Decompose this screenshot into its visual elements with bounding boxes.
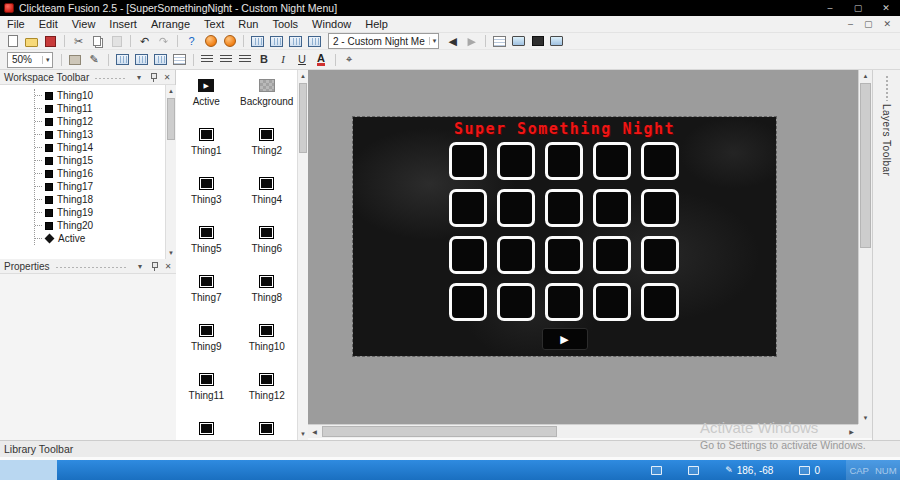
run-frame-icon[interactable] <box>221 33 238 49</box>
font-color-icon[interactable]: A <box>313 52 330 68</box>
scrollbar-thumb[interactable] <box>322 426 557 437</box>
pin-icon[interactable] <box>148 72 158 82</box>
scroll-up-icon[interactable]: ▲ <box>298 70 308 82</box>
night-slot[interactable] <box>449 283 487 321</box>
object-item[interactable]: Thing3 <box>176 172 237 221</box>
play-button[interactable]: ▶ <box>542 328 588 350</box>
object-item[interactable]: Thing1 <box>176 123 237 172</box>
scroll-down-icon[interactable]: ▼ <box>859 412 872 424</box>
chevron-down-icon[interactable]: ▾ <box>135 261 145 271</box>
object-item[interactable]: Thing11 <box>176 368 237 417</box>
object-item[interactable] <box>176 417 237 440</box>
scroll-up-icon[interactable]: ▲ <box>859 70 872 82</box>
new-icon[interactable] <box>4 33 21 49</box>
align-center-icon[interactable] <box>218 52 235 68</box>
workspace-tree-item[interactable]: Thing14 <box>35 141 176 154</box>
center-frame-icon[interactable] <box>171 52 188 68</box>
menu-item-insert[interactable]: Insert <box>102 16 144 33</box>
objects-scrollbar[interactable]: ▲ ▼ <box>297 70 308 440</box>
workspace-tree-item[interactable]: Thing12 <box>35 115 176 128</box>
layers-toolbar[interactable]: Layers Toolbar <box>872 70 900 440</box>
scroll-down-icon[interactable]: ▼ <box>166 247 176 259</box>
object-item[interactable]: Thing7 <box>176 270 237 319</box>
object-item[interactable]: Thing5 <box>176 221 237 270</box>
workspace-tree-item[interactable]: Thing11 <box>35 102 176 115</box>
grid-setup-icon[interactable] <box>114 52 131 68</box>
menu-item-edit[interactable]: Edit <box>32 16 65 33</box>
frame-editor-canvas[interactable]: Super Something Night ▶ <box>308 70 858 424</box>
editor-vertical-scrollbar[interactable]: ▲ ▼ <box>858 70 872 424</box>
menu-item-file[interactable]: File <box>0 16 32 33</box>
italic-icon[interactable]: I <box>275 52 292 68</box>
night-slot[interactable] <box>641 142 679 180</box>
menu-item-view[interactable]: View <box>65 16 103 33</box>
game-frame[interactable]: Super Something Night ▶ <box>353 117 776 356</box>
menu-item-help[interactable]: Help <box>358 16 395 33</box>
copy-icon[interactable] <box>89 33 106 49</box>
object-item[interactable]: Thing12 <box>237 368 298 417</box>
screen-preview-icon[interactable] <box>510 33 527 49</box>
zoom-selector-dropdown[interactable]: 50%▾ <box>7 52 53 68</box>
menu-item-tools[interactable]: Tools <box>265 16 305 33</box>
workspace-tree-item[interactable]: Thing17 <box>35 180 176 193</box>
object-item[interactable]: Thing8 <box>237 270 298 319</box>
frame-selector-dropdown[interactable]: 2 - Custom Night Me▾ <box>328 33 439 49</box>
night-slot[interactable] <box>449 142 487 180</box>
library-toolbar[interactable]: Library Toolbar <box>0 440 900 457</box>
workspace-tree-item[interactable]: Thing10 <box>35 89 176 102</box>
save-icon[interactable] <box>42 33 59 49</box>
scroll-down-icon[interactable]: ▼ <box>298 428 308 440</box>
night-slot[interactable] <box>497 236 535 274</box>
object-item[interactable]: Thing10 <box>237 319 298 368</box>
fullscreen-icon[interactable] <box>529 33 546 49</box>
object-item[interactable] <box>237 417 298 440</box>
redo-icon[interactable]: ↷ <box>155 33 172 49</box>
scrollbar-thumb[interactable] <box>167 98 175 140</box>
night-slot[interactable] <box>593 142 631 180</box>
event-line-icon[interactable] <box>491 33 508 49</box>
underline-icon[interactable]: U <box>294 52 311 68</box>
event-editor-icon[interactable] <box>287 33 304 49</box>
night-slot[interactable] <box>545 142 583 180</box>
night-slot[interactable] <box>593 283 631 321</box>
mdi-close-button[interactable]: ✕ <box>883 19 891 29</box>
drag-grip[interactable] <box>94 76 125 79</box>
bold-icon[interactable]: B <box>256 52 273 68</box>
night-slot[interactable] <box>497 283 535 321</box>
workspace-tree-item[interactable]: Thing13 <box>35 128 176 141</box>
night-slot[interactable] <box>449 236 487 274</box>
event-list-editor-icon[interactable] <box>306 33 323 49</box>
next-frame-icon[interactable]: ▶ <box>463 33 480 49</box>
frame-editor-icon[interactable] <box>268 33 285 49</box>
scrollbar-thumb[interactable] <box>860 83 871 248</box>
scroll-right-icon[interactable]: ▶ <box>845 425 858 438</box>
frame-title-text[interactable]: Super Something Night <box>353 120 776 138</box>
workspace-tree-item[interactable]: Thing18 <box>35 193 176 206</box>
mdi-restore-button[interactable]: ▢ <box>864 19 873 29</box>
cut-icon[interactable]: ✂ <box>70 33 87 49</box>
editor-horizontal-scrollbar[interactable]: ◀ ▶ <box>308 424 858 438</box>
pin-icon[interactable] <box>149 261 159 271</box>
night-slot[interactable] <box>545 236 583 274</box>
minimize-button[interactable]: – <box>816 0 844 16</box>
night-slot[interactable] <box>545 189 583 227</box>
workspace-tree-item[interactable]: Active <box>35 232 176 245</box>
open-icon[interactable] <box>23 33 40 49</box>
crosshair-icon[interactable]: ⌖ <box>341 52 358 68</box>
align-right-icon[interactable] <box>237 52 254 68</box>
snap-to-grid-icon[interactable] <box>133 52 150 68</box>
menu-item-window[interactable]: Window <box>305 16 358 33</box>
night-slot[interactable] <box>641 283 679 321</box>
scroll-left-icon[interactable]: ◀ <box>308 425 321 438</box>
night-slot[interactable] <box>593 236 631 274</box>
night-slot[interactable] <box>449 189 487 227</box>
show-grid-icon[interactable] <box>152 52 169 68</box>
close-panel-icon[interactable]: ✕ <box>162 72 172 82</box>
chevron-down-icon[interactable]: ▾ <box>134 72 144 82</box>
night-slot[interactable] <box>497 142 535 180</box>
close-panel-icon[interactable]: ✕ <box>163 261 173 271</box>
drag-grip[interactable] <box>55 265 126 268</box>
scrollbar-thumb[interactable] <box>299 83 307 153</box>
run-application-icon[interactable] <box>202 33 219 49</box>
night-slot[interactable] <box>497 189 535 227</box>
